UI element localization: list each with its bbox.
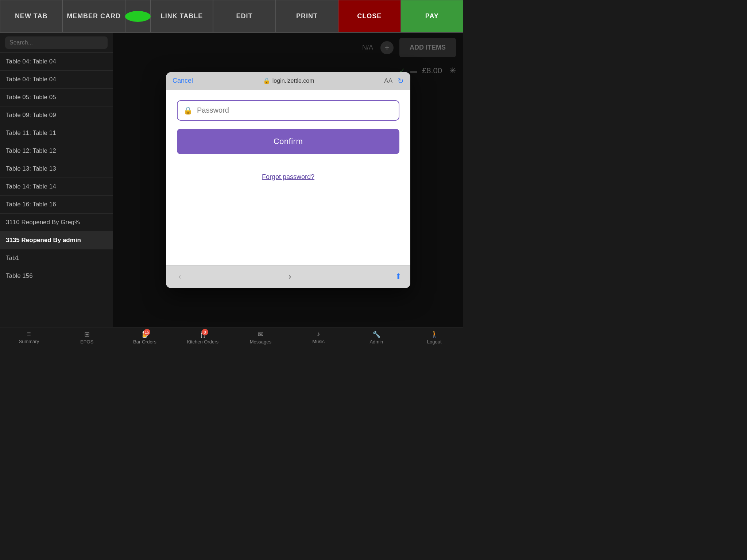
browser-bar: Cancel 🔒 login.izettle.com AA ↻: [166, 72, 410, 90]
bottom-nav-item-logout[interactable]: 🚶Logout: [405, 330, 463, 345]
nav-label-6: Admin: [369, 339, 383, 345]
nav-label-7: Logout: [427, 339, 442, 345]
browser-bottom-bar: ‹ › ⬆: [166, 265, 410, 288]
status-indicator: [125, 11, 151, 22]
password-lock-icon: 🔒: [183, 106, 193, 115]
edit-button[interactable]: EDIT: [213, 0, 275, 32]
link-table-button[interactable]: LINK TABLE: [151, 0, 213, 32]
sidebar-item-4[interactable]: Table 11: Table 11: [0, 124, 113, 142]
print-button[interactable]: PRINT: [276, 0, 338, 32]
modal-overlay: Cancel 🔒 login.izettle.com AA ↻ 🔒: [113, 33, 463, 327]
forgot-password-link[interactable]: Forgot password?: [262, 173, 314, 181]
new-tab-label: NEW TAB: [15, 12, 48, 20]
print-label: PRINT: [296, 12, 318, 20]
sidebar-item-12[interactable]: Table 156: [0, 267, 113, 285]
bottom-nav-item-kitchen-orders[interactable]: 🍴8Kitchen Orders: [174, 330, 232, 345]
nav-label-1: EPOS: [80, 339, 93, 345]
member-card-button[interactable]: MEMBER CARD: [62, 0, 125, 32]
nav-label-0: Summary: [19, 339, 39, 344]
browser-actions: AA ↻: [384, 77, 404, 85]
close-label: CLOSE: [357, 12, 382, 20]
sidebar-item-3[interactable]: Table 09: Table 09: [0, 106, 113, 124]
toolbar: NEW TAB MEMBER CARD LINK TABLE EDIT PRIN…: [0, 0, 463, 33]
sidebar-item-8[interactable]: Table 16: Table 16: [0, 196, 113, 214]
back-arrow-icon[interactable]: ‹: [175, 271, 185, 283]
bottom-nav-item-bar-orders[interactable]: 🍺15Bar Orders: [116, 330, 174, 345]
refresh-icon[interactable]: ↻: [398, 77, 404, 85]
browser-modal: Cancel 🔒 login.izettle.com AA ↻ 🔒: [166, 72, 410, 288]
nav-icon-0: ≡: [27, 330, 31, 338]
url-text: login.izettle.com: [272, 78, 314, 84]
member-card-label: MEMBER CARD: [67, 12, 121, 20]
sidebar-item-6[interactable]: Table 13: Table 13: [0, 160, 113, 178]
sidebar-item-10[interactable]: 3135 Reopened By admin: [0, 232, 113, 249]
edit-label: EDIT: [236, 12, 252, 20]
browser-cancel-button[interactable]: Cancel: [173, 77, 193, 85]
sidebar-item-7[interactable]: Table 14: Table 14: [0, 178, 113, 196]
bottom-nav-item-summary[interactable]: ≡Summary: [0, 330, 58, 345]
password-input[interactable]: [197, 106, 393, 114]
sidebar: Table 04: Table 04Table 04: Table 04Tabl…: [0, 33, 113, 327]
font-size-control[interactable]: AA: [384, 77, 392, 85]
forward-arrow-icon[interactable]: ›: [285, 271, 295, 283]
link-table-label: LINK TABLE: [161, 12, 203, 20]
nav-icon-5: ♪: [317, 330, 320, 338]
nav-badge-2: 15: [144, 329, 150, 335]
nav-label-4: Messages: [250, 339, 271, 345]
sidebar-item-0[interactable]: Table 04: Table 04: [0, 53, 113, 71]
right-panel: N/A + ADD ITEMS ✓ ▬ £8.00 ✳ Cancel 🔒 log…: [113, 33, 463, 327]
sidebar-items-list: Table 04: Table 04Table 04: Table 04Tabl…: [0, 53, 113, 285]
confirm-button[interactable]: Confirm: [177, 129, 399, 154]
nav-badge-3: 8: [202, 329, 208, 335]
nav-label-2: Bar Orders: [133, 339, 156, 345]
nav-label-5: Music: [312, 339, 325, 344]
bottom-nav-item-epos[interactable]: ⊞EPOS: [58, 330, 116, 345]
lock-icon: 🔒: [263, 77, 270, 84]
bottom-nav-item-messages[interactable]: ✉Messages: [232, 330, 290, 345]
bottom-nav-item-admin[interactable]: 🔧Admin: [348, 330, 406, 345]
share-icon[interactable]: ⬆: [395, 272, 402, 281]
status-dot-container: [125, 0, 151, 32]
browser-url-bar: 🔒 login.izettle.com: [263, 77, 314, 84]
sidebar-item-1[interactable]: Table 04: Table 04: [0, 71, 113, 89]
pay-button[interactable]: PAY: [401, 0, 463, 32]
sidebar-item-9[interactable]: 3110 Reopened By Greg%: [0, 214, 113, 232]
sidebar-item-2[interactable]: Table 05: Table 05: [0, 89, 113, 106]
bottom-nav-item-music[interactable]: ♪Music: [290, 330, 348, 345]
close-button[interactable]: CLOSE: [338, 0, 400, 32]
password-input-wrap: 🔒: [177, 100, 399, 121]
nav-icon-7: 🚶: [430, 331, 438, 338]
nav-icon-1: ⊞: [84, 331, 90, 338]
nav-icon-6: 🔧: [372, 331, 380, 338]
nav-label-3: Kitchen Orders: [187, 339, 218, 345]
nav-icon-4: ✉: [258, 331, 263, 338]
main-area: Table 04: Table 04Table 04: Table 04Tabl…: [0, 33, 463, 327]
modal-content: 🔒 Confirm Forgot password?: [166, 90, 410, 265]
search-input[interactable]: [5, 36, 108, 49]
bottom-nav-items-container: ≡Summary⊞EPOS🍺15Bar Orders🍴8Kitchen Orde…: [0, 330, 463, 345]
sidebar-item-11[interactable]: Tab1: [0, 249, 113, 267]
search-box: [0, 33, 113, 53]
sidebar-item-5[interactable]: Table 12: Table 12: [0, 142, 113, 160]
bottom-navigation: ≡Summary⊞EPOS🍺15Bar Orders🍴8Kitchen Orde…: [0, 327, 463, 347]
pay-label: PAY: [425, 12, 439, 20]
new-tab-button[interactable]: NEW TAB: [0, 0, 62, 32]
